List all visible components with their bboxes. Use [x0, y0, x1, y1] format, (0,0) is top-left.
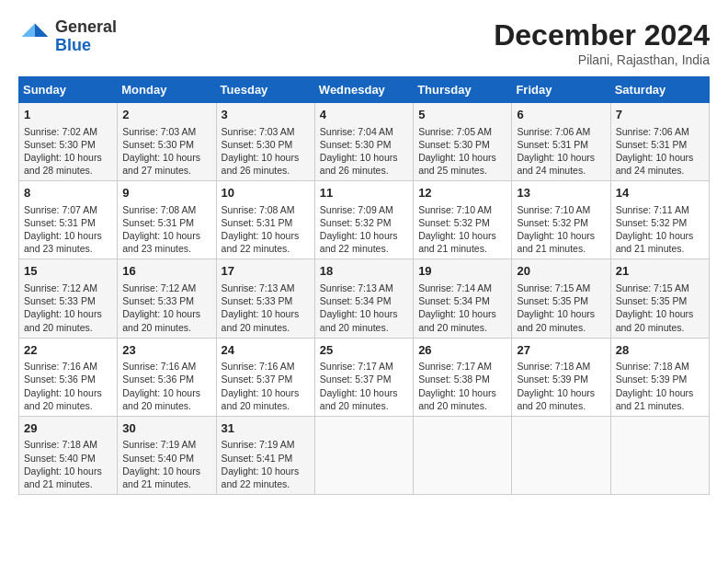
calendar-cell — [414, 416, 512, 494]
sunset-label: Sunset: 5:31 PM — [517, 139, 588, 150]
daylight-label: Daylight: 10 hours and 26 minutes. — [320, 152, 398, 176]
sunset-label: Sunset: 5:40 PM — [24, 453, 96, 464]
sunset-label: Sunset: 5:31 PM — [616, 139, 688, 150]
sunrise-label: Sunrise: 7:19 AM — [222, 439, 295, 450]
sunset-label: Sunset: 5:39 PM — [517, 373, 588, 385]
calendar-header-day: Thursday — [414, 77, 512, 103]
calendar-cell — [610, 416, 709, 494]
sunrise-label: Sunrise: 7:16 AM — [24, 361, 97, 372]
calendar-week-row: 8 Sunrise: 7:07 AM Sunset: 5:31 PM Dayli… — [19, 181, 710, 259]
sunset-label: Sunset: 5:40 PM — [122, 453, 194, 464]
sunrise-label: Sunrise: 7:07 AM — [24, 204, 97, 215]
calendar-week-row: 1 Sunrise: 7:02 AM Sunset: 5:30 PM Dayli… — [19, 103, 710, 181]
calendar-cell: 18 Sunrise: 7:13 AM Sunset: 5:34 PM Dayl… — [314, 259, 413, 338]
sunrise-label: Sunrise: 7:18 AM — [616, 361, 689, 372]
calendar-table: SundayMondayTuesdayWednesdayThursdayFrid… — [18, 76, 710, 495]
sunrise-label: Sunrise: 7:13 AM — [222, 282, 295, 293]
sunrise-label: Sunrise: 7:11 AM — [616, 204, 689, 215]
sunrise-label: Sunrise: 7:17 AM — [320, 361, 393, 372]
day-number: 21 — [616, 263, 704, 280]
calendar-cell: 19 Sunrise: 7:14 AM Sunset: 5:34 PM Dayl… — [414, 259, 512, 338]
sunset-label: Sunset: 5:30 PM — [320, 139, 392, 150]
sunset-label: Sunset: 5:38 PM — [418, 373, 490, 385]
sunset-label: Sunset: 5:31 PM — [122, 217, 194, 228]
sunrise-label: Sunrise: 7:19 AM — [122, 439, 196, 450]
sunset-label: Sunset: 5:30 PM — [222, 139, 293, 150]
daylight-label: Daylight: 10 hours and 21 minutes. — [24, 465, 102, 489]
logo-icon — [18, 20, 51, 53]
sunset-label: Sunset: 5:35 PM — [517, 295, 588, 306]
day-number: 17 — [222, 263, 310, 280]
calendar-cell: 9 Sunrise: 7:08 AM Sunset: 5:31 PM Dayli… — [118, 181, 216, 259]
daylight-label: Daylight: 10 hours and 20 minutes. — [24, 387, 102, 411]
sunrise-label: Sunrise: 7:10 AM — [517, 204, 590, 215]
calendar-cell: 11 Sunrise: 7:09 AM Sunset: 5:32 PM Dayl… — [314, 181, 413, 259]
calendar-cell: 31 Sunrise: 7:19 AM Sunset: 5:41 PM Dayl… — [216, 416, 314, 494]
daylight-label: Daylight: 10 hours and 28 minutes. — [24, 152, 102, 176]
day-number: 13 — [517, 185, 605, 201]
daylight-label: Daylight: 10 hours and 21 minutes. — [616, 387, 694, 411]
calendar-cell: 6 Sunrise: 7:06 AM Sunset: 5:31 PM Dayli… — [512, 103, 610, 181]
calendar-cell: 21 Sunrise: 7:15 AM Sunset: 5:35 PM Dayl… — [610, 259, 709, 338]
sunset-label: Sunset: 5:34 PM — [320, 295, 392, 306]
page-header: General Blue December 2024 Pilani, Rajas… — [18, 18, 710, 67]
daylight-label: Daylight: 10 hours and 27 minutes. — [122, 152, 200, 176]
daylight-label: Daylight: 10 hours and 21 minutes. — [517, 230, 595, 254]
calendar-cell: 5 Sunrise: 7:05 AM Sunset: 5:30 PM Dayli… — [414, 103, 512, 181]
day-number: 4 — [320, 107, 408, 123]
calendar-cell: 26 Sunrise: 7:17 AM Sunset: 5:38 PM Dayl… — [414, 338, 512, 416]
daylight-label: Daylight: 10 hours and 22 minutes. — [320, 230, 398, 254]
daylight-label: Daylight: 10 hours and 21 minutes. — [122, 465, 200, 489]
day-number: 22 — [24, 342, 112, 359]
calendar-cell: 15 Sunrise: 7:12 AM Sunset: 5:33 PM Dayl… — [19, 259, 118, 338]
sunset-label: Sunset: 5:32 PM — [320, 217, 392, 228]
day-number: 24 — [222, 342, 310, 359]
day-number: 12 — [418, 185, 506, 201]
sunrise-label: Sunrise: 7:03 AM — [222, 126, 295, 137]
sunrise-label: Sunrise: 7:16 AM — [122, 361, 196, 372]
calendar-cell: 3 Sunrise: 7:03 AM Sunset: 5:30 PM Dayli… — [216, 103, 314, 181]
sunset-label: Sunset: 5:32 PM — [418, 217, 490, 228]
calendar-header-row: SundayMondayTuesdayWednesdayThursdayFrid… — [19, 77, 710, 103]
day-number: 10 — [222, 185, 310, 201]
day-number: 27 — [517, 342, 605, 359]
daylight-label: Daylight: 10 hours and 20 minutes. — [320, 387, 398, 411]
day-number: 3 — [222, 107, 310, 123]
sunrise-label: Sunrise: 7:04 AM — [320, 126, 393, 137]
day-number: 9 — [122, 185, 210, 201]
sunset-label: Sunset: 5:37 PM — [222, 373, 293, 385]
daylight-label: Daylight: 10 hours and 26 minutes. — [222, 152, 300, 176]
daylight-label: Daylight: 10 hours and 20 minutes. — [122, 387, 200, 411]
day-number: 28 — [616, 342, 704, 359]
calendar-header-day: Wednesday — [314, 77, 413, 103]
calendar-week-row: 15 Sunrise: 7:12 AM Sunset: 5:33 PM Dayl… — [19, 259, 710, 338]
sunset-label: Sunset: 5:30 PM — [122, 139, 194, 150]
day-number: 30 — [122, 420, 210, 437]
day-number: 16 — [122, 263, 210, 280]
sunset-label: Sunset: 5:33 PM — [122, 295, 194, 306]
calendar-cell — [314, 416, 413, 494]
calendar-cell: 2 Sunrise: 7:03 AM Sunset: 5:30 PM Dayli… — [118, 103, 216, 181]
daylight-label: Daylight: 10 hours and 21 minutes. — [418, 230, 496, 254]
svg-marker-1 — [35, 23, 48, 36]
day-number: 2 — [122, 107, 210, 123]
day-number: 6 — [517, 107, 605, 123]
day-number: 20 — [517, 263, 605, 280]
sunset-label: Sunset: 5:32 PM — [616, 217, 688, 228]
daylight-label: Daylight: 10 hours and 20 minutes. — [320, 308, 398, 332]
sunrise-label: Sunrise: 7:06 AM — [517, 126, 590, 137]
sunrise-label: Sunrise: 7:08 AM — [222, 204, 295, 215]
calendar-header-day: Sunday — [19, 77, 118, 103]
sunrise-label: Sunrise: 7:16 AM — [222, 361, 295, 372]
calendar-cell: 7 Sunrise: 7:06 AM Sunset: 5:31 PM Dayli… — [610, 103, 709, 181]
sunset-label: Sunset: 5:31 PM — [24, 217, 96, 228]
calendar-header-day: Tuesday — [216, 77, 314, 103]
sunset-label: Sunset: 5:35 PM — [616, 295, 688, 306]
day-number: 23 — [122, 342, 210, 359]
daylight-label: Daylight: 10 hours and 20 minutes. — [418, 308, 496, 332]
calendar-cell: 14 Sunrise: 7:11 AM Sunset: 5:32 PM Dayl… — [610, 181, 709, 259]
daylight-label: Daylight: 10 hours and 23 minutes. — [122, 230, 200, 254]
sunrise-label: Sunrise: 7:10 AM — [418, 204, 492, 215]
calendar-cell: 30 Sunrise: 7:19 AM Sunset: 5:40 PM Dayl… — [118, 416, 216, 494]
sunrise-label: Sunrise: 7:14 AM — [418, 282, 492, 293]
